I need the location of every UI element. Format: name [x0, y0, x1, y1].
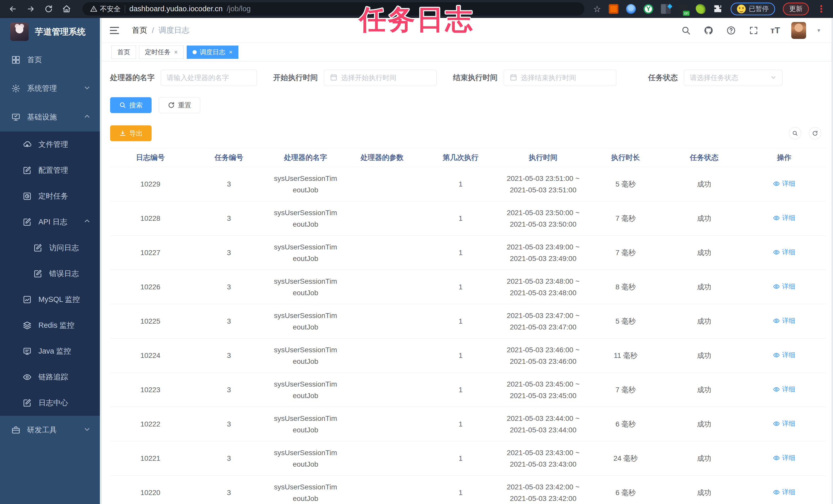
extension-icon-on-badge[interactable] — [678, 4, 688, 14]
status-select[interactable]: 请选择任务状态 — [684, 70, 783, 86]
duration-cell: 5 毫秒 — [586, 167, 666, 201]
fullscreen-icon[interactable] — [748, 25, 759, 36]
detail-link[interactable]: 详细 — [773, 282, 795, 291]
cell-text: 2021-05-03 23:48:00 — [501, 287, 586, 299]
filter-label: 开始执行时间 — [273, 73, 318, 83]
cell-text: 1 — [421, 487, 501, 498]
execute-time-cell: 2021-05-03 23:50:00 ~2021-05-03 23:50:00 — [501, 201, 586, 236]
extension-icon-orange[interactable] — [609, 4, 618, 14]
cell-text: 成功 — [666, 212, 742, 224]
sidebar-item-infrastructure[interactable]: 基础设施 — [0, 103, 102, 131]
reload-icon[interactable] — [43, 3, 54, 15]
export-button[interactable]: 导出 — [110, 125, 151, 141]
duration-cell: 7 毫秒 — [586, 373, 666, 407]
cell-text: 2021-05-03 23:49:00 ~ — [501, 241, 586, 253]
refresh-button[interactable] — [809, 127, 821, 140]
detail-link[interactable]: 详细 — [773, 316, 795, 325]
home-icon[interactable] — [61, 3, 72, 15]
cell-text: 6 毫秒 — [586, 487, 666, 498]
detail-link[interactable]: 详细 — [773, 385, 795, 394]
sidebar-item-tracing[interactable]: 链路追踪 — [0, 364, 102, 390]
detail-link[interactable]: 详细 — [773, 179, 795, 188]
sidebar-item-scheduled-jobs[interactable]: 定时任务 — [0, 183, 102, 209]
cell-text: 2021-05-03 23:43:00 ~ — [501, 447, 586, 458]
begin-time-input[interactable] — [341, 74, 431, 82]
handler-name-cell: sysUserSessionTimeoutJob — [267, 441, 344, 476]
cell-text: 1 — [421, 316, 501, 327]
sidebar-item-mysql-monitor[interactable]: MySQL 监控 — [0, 286, 102, 312]
sidebar-item-config-management[interactable]: 配置管理 — [0, 157, 102, 183]
extension-icon-blue-drop[interactable] — [626, 4, 636, 14]
forward-icon[interactable] — [25, 3, 37, 15]
font-size-icon[interactable]: ᴛT — [770, 25, 780, 35]
end-time-input-wrap — [504, 70, 616, 86]
sidebar-item-access-log[interactable]: 访问日志 — [0, 235, 102, 261]
cell-text: sysUserSessionTim — [267, 207, 344, 219]
github-icon[interactable] — [703, 25, 714, 36]
sidebar-item-file-management[interactable]: 文件管理 — [0, 131, 102, 157]
sidebar-item-java-monitor[interactable]: Java 监控 — [0, 338, 102, 364]
paused-badge[interactable]: 已暂停 — [731, 3, 775, 15]
cell-text: sysUserSessionTim — [267, 344, 344, 356]
search-button[interactable]: 搜索 — [110, 97, 151, 113]
avatar[interactable] — [791, 22, 806, 39]
reset-button[interactable]: 重置 — [159, 97, 200, 113]
address-bar[interactable]: 不安全 dashboard.yudao.iocoder.cn/job/log — [82, 2, 585, 16]
detail-link[interactable]: 详细 — [773, 248, 795, 257]
cell-text: 3 — [191, 247, 267, 258]
sidebar-item-error-log[interactable]: 错误日志 — [0, 261, 102, 286]
not-secure-warning[interactable]: 不安全 — [90, 4, 121, 14]
update-badge[interactable]: 更新 — [783, 3, 809, 15]
tag-scheduled-jobs[interactable]: 定时任务× — [139, 46, 184, 59]
header-actions: ᴛT ▾ — [681, 22, 820, 39]
column-header: 任务状态 — [666, 148, 742, 167]
cell-text: sysUserSessionTim — [267, 310, 344, 321]
overlay-page-title: 任务日志 — [359, 2, 474, 38]
end-time-input[interactable] — [521, 74, 611, 82]
tag-home[interactable]: 首页 — [111, 46, 136, 59]
extension-icon-grid[interactable] — [661, 4, 671, 14]
tab-close-icon[interactable]: × — [229, 49, 233, 56]
filter-status: 任务状态 请选择任务状态 — [648, 70, 783, 86]
toggle-search-button[interactable] — [789, 127, 801, 140]
handler-name-input[interactable] — [167, 74, 251, 82]
detail-link[interactable]: 详细 — [773, 351, 795, 359]
sidebar-item-home[interactable]: 首页 — [0, 46, 102, 74]
sidebar-item-redis-monitor[interactable]: Redis 监控 — [0, 312, 102, 338]
log-id-cell: 10223 — [110, 373, 191, 407]
help-icon[interactable] — [725, 25, 737, 36]
sidebar-item-log-center[interactable]: 日志中心 — [0, 390, 102, 416]
detail-link[interactable]: 详细 — [773, 453, 795, 462]
edit-square-icon — [23, 218, 32, 227]
handler-name-cell: sysUserSessionTimeoutJob — [267, 373, 344, 407]
sidebar-logo-row[interactable]: 芋道管理系统 — [0, 18, 102, 46]
sidebar-item-api-log[interactable]: API 日志 — [0, 209, 102, 235]
active-dot-icon — [193, 50, 197, 54]
chevron-up-icon — [84, 113, 90, 122]
search-icon[interactable] — [681, 25, 692, 36]
extensions-puzzle-icon[interactable] — [713, 4, 723, 14]
avatar-caret-down-icon[interactable]: ▾ — [817, 27, 820, 34]
sidebar-scrollbar[interactable] — [100, 18, 102, 504]
execute-index-cell: 1 — [421, 167, 501, 201]
detail-link[interactable]: 详细 — [773, 488, 795, 497]
tab-close-icon[interactable]: × — [174, 49, 178, 56]
bookmark-star-icon[interactable]: ☆ — [593, 4, 601, 14]
cell-text: 1 — [421, 247, 501, 258]
tag-job-log-active[interactable]: 调度日志× — [187, 46, 238, 59]
detail-link[interactable]: 详细 — [773, 213, 795, 222]
cell-text: 10227 — [110, 247, 191, 258]
extension-icon-green-y[interactable]: Y — [643, 4, 653, 14]
job-id-cell: 3 — [191, 373, 267, 407]
handler-param-cell — [344, 167, 421, 201]
sidebar-item-system[interactable]: 系统管理 — [0, 74, 102, 103]
breadcrumb-home[interactable]: 首页 — [132, 25, 147, 35]
handler-name-cell: sysUserSessionTimeoutJob — [267, 201, 344, 236]
detail-link[interactable]: 详细 — [773, 419, 795, 428]
back-icon[interactable] — [7, 3, 19, 15]
browser-menu-kebab-icon[interactable]: ⋮ — [817, 4, 826, 14]
extension-icon-leaf[interactable] — [696, 4, 706, 14]
sidebar-item-dev-tools[interactable]: 研发工具 — [0, 416, 102, 445]
sidebar-toggle-hamburger-icon[interactable] — [110, 25, 122, 36]
sidebar: 芋道管理系统 首页 系统管理 基础设施 — [0, 18, 102, 504]
